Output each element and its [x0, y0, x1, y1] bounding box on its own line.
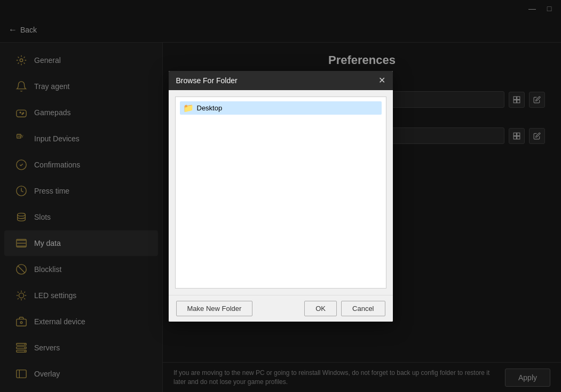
dialog-footer: Make New Folder OK Cancel: [169, 295, 393, 322]
dialog-title: Browse For Folder: [176, 76, 238, 85]
dialog-cancel-button[interactable]: Cancel: [341, 301, 385, 316]
folder-item-desktop[interactable]: 📁 Desktop: [180, 101, 382, 115]
dialog-body: 📁 Desktop: [169, 90, 393, 295]
folder-icon: 📁: [183, 103, 194, 113]
folder-item-label: Desktop: [197, 104, 223, 112]
dialog-footer-right: OK Cancel: [304, 301, 385, 316]
dialog-overlay: Browse For Folder ✕ 📁 Desktop Make New F…: [0, 0, 561, 392]
dialog-close-button[interactable]: ✕: [378, 76, 385, 85]
make-new-folder-button[interactable]: Make New Folder: [176, 301, 253, 316]
file-tree[interactable]: 📁 Desktop: [175, 97, 386, 289]
dialog-ok-button[interactable]: OK: [304, 301, 337, 316]
browse-folder-dialog: Browse For Folder ✕ 📁 Desktop Make New F…: [169, 71, 393, 322]
dialog-titlebar: Browse For Folder ✕: [169, 71, 393, 90]
